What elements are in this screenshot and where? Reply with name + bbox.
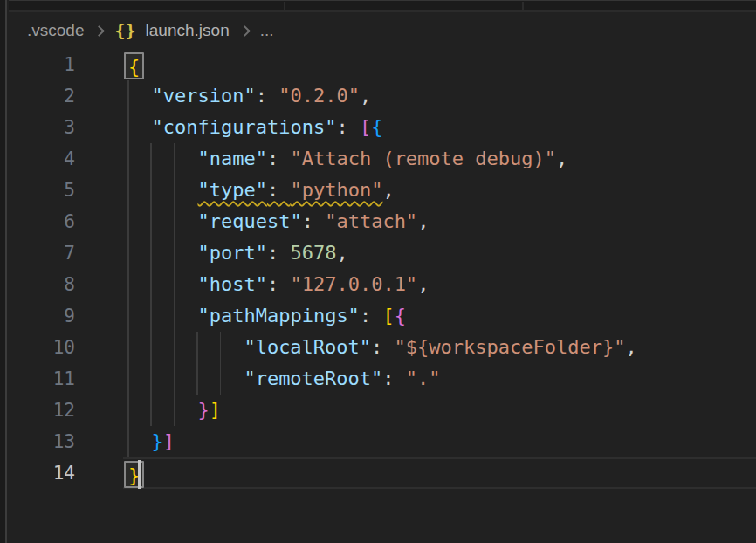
panel-left-edge bbox=[0, 0, 7, 543]
json-file-icon: {} bbox=[114, 20, 135, 41]
line-number[interactable]: 2 bbox=[9, 80, 75, 112]
code-line[interactable]: 6"request": "attach", bbox=[9, 206, 756, 237]
token: "host" bbox=[197, 273, 266, 295]
token: "version" bbox=[151, 85, 255, 107]
line-number[interactable]: 11 bbox=[9, 363, 75, 395]
code-line[interactable]: 4"name": "Attach (remote debug)", bbox=[9, 143, 756, 175]
token: "configurations" bbox=[151, 116, 336, 138]
token: "type" bbox=[197, 179, 266, 201]
indent-guide bbox=[150, 395, 152, 426]
indent-guide bbox=[150, 175, 152, 206]
breadcrumb-folder[interactable]: .vscode bbox=[27, 21, 84, 40]
code-line[interactable]: 11"remoteRoot": "." bbox=[9, 363, 756, 395]
line-number[interactable]: 3 bbox=[9, 112, 75, 143]
token: : bbox=[256, 85, 279, 107]
code-text[interactable]: "request": "attach", bbox=[197, 206, 429, 237]
breadcrumb-symbol-overflow[interactable]: ... bbox=[260, 21, 274, 40]
indent-guide bbox=[174, 206, 175, 237]
token: "Attach (remote debug)" bbox=[290, 148, 556, 169]
indent-guide bbox=[150, 206, 152, 237]
indent-guide bbox=[127, 426, 129, 457]
code-line[interactable]: 1{ bbox=[9, 49, 756, 80]
indent-guide bbox=[127, 175, 129, 206]
code-line[interactable]: 9"pathMappings": [{ bbox=[9, 300, 756, 332]
line-number[interactable]: 1 bbox=[9, 49, 75, 80]
breadcrumb-file[interactable]: launch.json bbox=[146, 21, 230, 40]
token: "request" bbox=[197, 210, 301, 232]
indent-guide bbox=[174, 237, 175, 269]
code-text[interactable]: "remoteRoot": "." bbox=[244, 363, 440, 395]
code-line[interactable]: 5"type": "python", bbox=[9, 175, 756, 206]
code-text[interactable]: { bbox=[128, 49, 140, 80]
breadcrumb: .vscode {} launch.json ... bbox=[9, 12, 756, 49]
line-number[interactable]: 9 bbox=[9, 300, 75, 332]
token: , bbox=[360, 85, 371, 107]
token: } bbox=[197, 399, 209, 421]
code-text[interactable]: } bbox=[128, 457, 141, 489]
indent-guide bbox=[150, 332, 152, 363]
token: : bbox=[267, 179, 291, 201]
token: "name" bbox=[197, 148, 266, 169]
code-text[interactable]: "version": "0.2.0", bbox=[151, 80, 371, 112]
tab-bar bbox=[9, 0, 756, 12]
token: , bbox=[417, 273, 429, 295]
token: "attach" bbox=[325, 210, 417, 232]
code-text[interactable]: "host": "127.0.0.1", bbox=[197, 269, 429, 300]
line-number[interactable]: 8 bbox=[9, 269, 75, 300]
token: : bbox=[336, 116, 360, 138]
code-line[interactable]: 8"host": "127.0.0.1", bbox=[9, 269, 756, 300]
token: "port" bbox=[197, 242, 266, 264]
code-line[interactable]: 2"version": "0.2.0", bbox=[9, 80, 756, 112]
indent-guide bbox=[174, 395, 175, 426]
code-line[interactable]: 3"configurations": [{ bbox=[9, 112, 756, 143]
token: : bbox=[267, 148, 291, 169]
token: , bbox=[336, 242, 347, 264]
token: "pathMappings" bbox=[197, 305, 359, 326]
token: : bbox=[360, 305, 383, 326]
token: "0.2.0" bbox=[278, 85, 360, 107]
line-number[interactable]: 5 bbox=[9, 175, 75, 206]
code-text[interactable]: }] bbox=[197, 395, 221, 426]
code-line[interactable]: 14} bbox=[9, 457, 756, 489]
code-text[interactable]: }] bbox=[151, 426, 175, 457]
indent-guide bbox=[220, 363, 222, 395]
token: "localRoot" bbox=[244, 336, 371, 358]
code-editor[interactable]: 1{2"version": "0.2.0",3"configurations":… bbox=[9, 49, 756, 543]
line-number[interactable]: 7 bbox=[9, 237, 75, 269]
line-number[interactable]: 12 bbox=[9, 395, 75, 426]
indent-guide bbox=[127, 332, 129, 363]
code-line[interactable]: 12}] bbox=[9, 395, 756, 426]
token: : bbox=[302, 210, 326, 232]
code-line[interactable]: 7"port": 5678, bbox=[9, 237, 756, 269]
token: [ bbox=[382, 305, 394, 326]
warning-squiggle: "type": "python" bbox=[197, 179, 382, 201]
indent-guide bbox=[196, 332, 198, 363]
code-text[interactable]: "port": 5678, bbox=[197, 237, 347, 269]
indent-guide bbox=[150, 237, 152, 269]
line-number[interactable]: 10 bbox=[9, 332, 75, 363]
chevron-right-icon bbox=[94, 25, 106, 37]
code-text[interactable]: "type": "python", bbox=[197, 175, 394, 206]
line-number[interactable]: 14 bbox=[9, 457, 75, 489]
code-text[interactable]: "pathMappings": [{ bbox=[197, 300, 405, 332]
tab-divider bbox=[284, 2, 285, 10]
token: : bbox=[382, 368, 406, 389]
line-number[interactable]: 4 bbox=[9, 143, 75, 175]
token: "127.0.0.1" bbox=[290, 273, 417, 295]
token: "${workspaceFolder}" bbox=[395, 336, 626, 358]
line-number[interactable]: 6 bbox=[9, 206, 75, 237]
code-text[interactable]: "localRoot": "${workspaceFolder}", bbox=[244, 332, 636, 363]
token: "remoteRoot" bbox=[244, 368, 382, 389]
code-text[interactable]: "name": "Attach (remote debug)", bbox=[197, 143, 567, 175]
indent-guide bbox=[174, 363, 175, 395]
code-line[interactable]: 10"localRoot": "${workspaceFolder}", bbox=[9, 332, 756, 363]
token: { bbox=[371, 116, 382, 138]
line-number[interactable]: 13 bbox=[9, 426, 75, 457]
token: ] bbox=[210, 399, 221, 421]
code-line[interactable]: 13}] bbox=[9, 426, 756, 457]
indent-guide bbox=[174, 300, 175, 332]
code-text[interactable]: "configurations": [{ bbox=[151, 112, 382, 143]
text-cursor bbox=[138, 460, 141, 489]
indent-guide bbox=[220, 332, 222, 363]
token: [ bbox=[360, 116, 371, 138]
